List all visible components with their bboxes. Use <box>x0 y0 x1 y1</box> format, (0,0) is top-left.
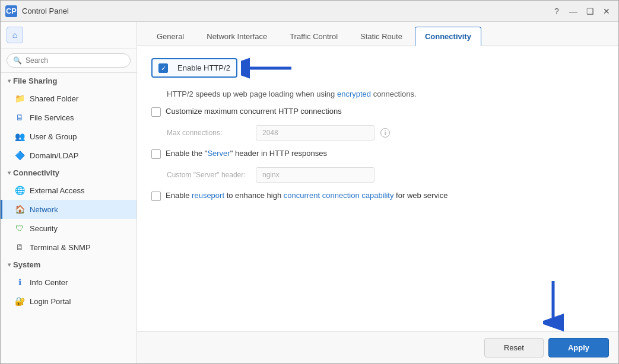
tab-bar: General Network Interface Traffic Contro… <box>137 22 618 46</box>
main-panel: General Network Interface Traffic Contro… <box>137 22 618 363</box>
sidebar-item-network[interactable]: 🏠 Network <box>1 200 137 219</box>
close-button[interactable]: ✕ <box>599 4 614 18</box>
section-connectivity-label: Connectivity <box>13 168 59 177</box>
section-system-label: System <box>13 260 40 269</box>
sidebar-item-user-group-label: User & Group <box>30 132 77 141</box>
section-connectivity-header[interactable]: ▾ Connectivity <box>1 165 137 181</box>
sidebar-item-terminal-snmp-label: Terminal & SNMP <box>30 243 91 252</box>
minimize-button[interactable]: — <box>566 4 580 18</box>
apply-button[interactable]: Apply <box>548 338 609 357</box>
login-portal-icon: 🔐 <box>14 296 25 306</box>
domain-icon: 🔷 <box>14 150 25 161</box>
enable-http2-checkbox[interactable]: ✓ <box>158 63 168 73</box>
control-panel-window: CP Control Panel ? — ❑ ✕ ⌂ 🔍 <box>0 0 619 364</box>
section-file-sharing: ▾ File Sharing 📁 Shared Folder 🖥 File Se… <box>1 73 137 165</box>
terminal-icon: 🖥 <box>14 242 25 253</box>
sidebar-item-domain-ldap-label: Domain/LDAP <box>30 151 78 160</box>
window-controls: ? — ❑ ✕ <box>550 4 614 18</box>
app-icon: CP <box>5 5 17 17</box>
reset-button[interactable]: Reset <box>484 338 544 357</box>
sidebar-item-info-center-label: Info Center <box>30 278 68 287</box>
sidebar-item-shared-folder-label: Shared Folder <box>30 94 78 103</box>
collapse-arrow-connectivity-icon: ▾ <box>8 170 11 176</box>
enable-server-header-label: Enable the "Server" header in HTTP respo… <box>166 149 327 158</box>
user-group-icon: 👥 <box>14 131 25 142</box>
enable-server-header-checkbox[interactable] <box>151 149 161 159</box>
sidebar-item-shared-folder[interactable]: 📁 Shared Folder <box>1 89 137 108</box>
sidebar-search-area: 🔍 <box>1 49 137 73</box>
max-connections-label: Max connections: <box>167 129 250 137</box>
customize-connections-label: Customize maximum concurrent HTTP connec… <box>166 107 342 116</box>
search-input[interactable] <box>26 56 124 65</box>
sidebar-item-domain-ldap[interactable]: 🔷 Domain/LDAP <box>1 146 137 165</box>
help-button[interactable]: ? <box>550 4 564 18</box>
arrow-apply-annotation <box>535 278 571 331</box>
sidebar-item-user-group[interactable]: 👥 User & Group <box>1 127 137 146</box>
file-services-icon: 🖥 <box>14 112 25 123</box>
tab-connectivity[interactable]: Connectivity <box>415 27 481 46</box>
custom-server-header-label: Custom "Server" header: <box>167 171 250 179</box>
search-box[interactable]: 🔍 <box>7 53 131 68</box>
tab-general[interactable]: General <box>147 27 194 46</box>
sidebar-item-external-access[interactable]: 🌐 External Access <box>1 181 137 200</box>
arrow-http2-annotation <box>241 53 294 83</box>
sidebar-item-security[interactable]: 🛡 Security <box>1 219 137 238</box>
custom-server-header-row: Custom "Server" header: <box>167 167 604 183</box>
sidebar-item-terminal-snmp[interactable]: 🖥 Terminal & SNMP <box>1 238 137 257</box>
folder-icon: 📁 <box>14 93 25 104</box>
titlebar: CP Control Panel ? — ❑ ✕ <box>1 1 618 22</box>
enable-reuseport-row: Enable reuseport to enhance high concurr… <box>151 191 604 201</box>
tab-traffic-control[interactable]: Traffic Control <box>280 27 348 46</box>
network-icon: 🏠 <box>14 204 25 215</box>
sidebar: ⌂ 🔍 ▾ File Sharing 📁 Shared Folder <box>1 22 137 363</box>
tab-static-route[interactable]: Static Route <box>350 27 412 46</box>
sidebar-item-security-label: Security <box>30 224 58 233</box>
sidebar-item-login-portal-label: Login Portal <box>30 297 71 306</box>
sidebar-item-login-portal[interactable]: 🔐 Login Portal <box>1 292 137 311</box>
section-file-sharing-label: File Sharing <box>13 76 57 85</box>
window-title: Control Panel <box>22 7 550 15</box>
tab-network-interface[interactable]: Network Interface <box>196 27 277 46</box>
max-connections-input[interactable] <box>256 125 374 141</box>
sidebar-item-file-services-label: File Services <box>30 113 74 122</box>
maximize-button[interactable]: ❑ <box>583 4 597 18</box>
external-access-icon: 🌐 <box>14 185 25 196</box>
custom-server-header-input[interactable] <box>256 167 374 183</box>
customize-connections-checkbox[interactable] <box>151 107 161 117</box>
footer: Reset Apply <box>137 331 618 363</box>
max-connections-info-icon[interactable]: i <box>380 128 390 138</box>
window-body: ⌂ 🔍 ▾ File Sharing 📁 Shared Folder <box>1 22 618 363</box>
http2-description: HTTP/2 speeds up web page loading when u… <box>167 90 604 98</box>
security-icon: 🛡 <box>14 223 25 234</box>
enable-server-header-row: Enable the "Server" header in HTTP respo… <box>151 149 604 159</box>
collapse-arrow-icon: ▾ <box>8 78 11 84</box>
enable-reuseport-checkbox[interactable] <box>151 191 161 201</box>
section-file-sharing-header[interactable]: ▾ File Sharing <box>1 73 137 89</box>
search-icon: 🔍 <box>13 56 22 65</box>
section-connectivity: ▾ Connectivity 🌐 External Access 🏠 Netwo… <box>1 165 137 257</box>
sidebar-item-info-center[interactable]: ℹ Info Center <box>1 273 137 292</box>
enable-reuseport-label: Enable reuseport to enhance high concurr… <box>166 191 448 200</box>
content-area: ✓ Enable HTTP/2 <box>137 46 618 331</box>
customize-connections-row: Customize maximum concurrent HTTP connec… <box>151 107 604 117</box>
home-button[interactable]: ⌂ <box>7 27 23 43</box>
sidebar-home-row: ⌂ <box>1 22 137 49</box>
enable-http2-label: Enable HTTP/2 <box>177 63 230 72</box>
collapse-arrow-system-icon: ▾ <box>8 261 11 268</box>
section-system: ▾ System ℹ Info Center 🔐 Login Portal <box>1 257 137 311</box>
max-connections-row: Max connections: i <box>167 125 604 141</box>
info-center-icon: ℹ <box>14 277 25 288</box>
section-system-header[interactable]: ▾ System <box>1 257 137 273</box>
sidebar-item-file-services[interactable]: 🖥 File Services <box>1 108 137 127</box>
sidebar-item-network-label: Network <box>30 205 58 214</box>
sidebar-item-external-access-label: External Access <box>30 186 85 195</box>
